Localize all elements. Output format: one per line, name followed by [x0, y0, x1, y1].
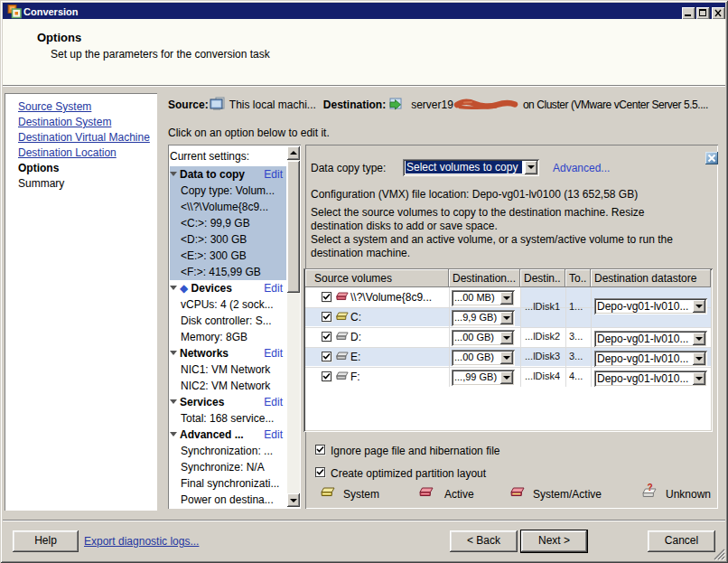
svg-text:?: ? — [648, 483, 653, 493]
